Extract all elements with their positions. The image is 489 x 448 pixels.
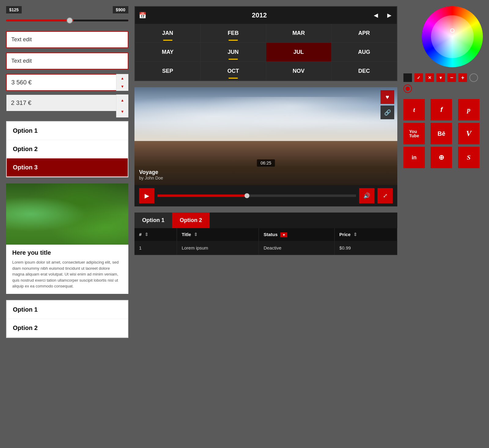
calendar-prev[interactable]: ◀ — [372, 10, 380, 20]
video-subtitle: by John Doe — [139, 176, 163, 180]
option-1-2[interactable]: Option 2 — [7, 140, 128, 158]
cal-month-sep[interactable]: SEP — [135, 62, 200, 80]
color-picker-dot[interactable] — [450, 28, 454, 33]
color-wheel[interactable] — [422, 6, 483, 67]
facebook-button[interactable]: f — [431, 99, 452, 120]
video-player: ♥ 🔗 Voyage by John Doe 06:25 ▶ — [134, 87, 397, 206]
table-tab-1[interactable]: Option 1 — [134, 213, 172, 228]
video-title: Voyage — [139, 169, 163, 176]
card: Here you title Lorem ipsum dolor sit ame… — [6, 183, 128, 294]
range-thumb[interactable] — [67, 17, 73, 24]
card-body: Here you title Lorem ipsum dolor sit ame… — [6, 245, 128, 294]
dribbble-button[interactable]: ⊕ — [431, 147, 452, 168]
td-status-1: Deactive — [259, 241, 335, 255]
th-status[interactable]: Status ▼ — [259, 228, 335, 241]
video-link-button[interactable]: 🔗 — [381, 106, 394, 119]
table-header: # ⇕ Title ⇕ Status ▼ Price ⇕ — [134, 228, 397, 241]
table-row-1: 1 Lorem ipsum Deactive $0.99 — [134, 241, 397, 255]
youtube-button[interactable]: YouTube — [403, 123, 425, 144]
video-progress-bar[interactable] — [157, 194, 356, 197]
range-track-right — [73, 20, 128, 21]
cal-month-jan[interactable]: JAN — [135, 24, 200, 43]
ui-controls-row: ✓ ✕ ▼ − + — [403, 73, 483, 93]
data-table: # ⇕ Title ⇕ Status ▼ Price ⇕ 1 Lorem ips… — [134, 228, 397, 255]
table-tabs: Option 1 Option 2 — [134, 213, 397, 228]
card-title: Here you title — [12, 249, 122, 256]
text-input-2[interactable] — [6, 53, 128, 69]
video-frame: ♥ 🔗 Voyage by John Doe 06:25 — [134, 87, 397, 185]
table-body: 1 Lorem ipsum Deactive $0.99 — [134, 241, 397, 255]
minus-ctrl[interactable]: − — [447, 73, 456, 82]
fullscreen-button[interactable]: ⤢ — [377, 188, 393, 203]
option-1-1[interactable]: Option 1 — [7, 122, 128, 140]
left-column: $125 $900 ▲ ▼ ▲ ▼ — [3, 3, 131, 341]
text-input-1[interactable] — [6, 31, 128, 48]
video-time-badge: 06:25 — [257, 159, 275, 167]
th-num[interactable]: # ⇕ — [134, 228, 177, 241]
calendar-next[interactable]: ▶ — [386, 10, 393, 20]
cal-month-oct[interactable]: OCT — [200, 62, 266, 80]
card-image — [6, 183, 128, 245]
right-column: ✓ ✕ ▼ − + t f p — [400, 3, 486, 341]
number-input-1-container: ▲ ▼ — [6, 74, 128, 91]
td-title-1: Lorem ipsum — [177, 241, 259, 255]
volume-button[interactable]: 🔊 — [359, 188, 374, 203]
table-tab-2[interactable]: Option 2 — [172, 213, 210, 228]
td-num-1: 1 — [134, 241, 177, 255]
play-button[interactable]: ▶ — [139, 188, 154, 203]
video-like-button[interactable]: ♥ — [381, 90, 394, 104]
social-icons-grid: t f p YouTube Bē V in ⊕ — [403, 99, 483, 168]
close-button-ctrl[interactable]: ✕ — [425, 73, 434, 82]
th-title[interactable]: Title ⇕ — [177, 228, 259, 241]
spin-down-2[interactable]: ▼ — [116, 106, 128, 118]
cal-month-jul[interactable]: JUL — [266, 43, 331, 61]
linkedin-button[interactable]: in — [403, 147, 425, 168]
cal-month-may[interactable]: MAY — [135, 43, 200, 61]
spin-buttons-1: ▲ ▼ — [116, 74, 128, 91]
option-1-3[interactable]: Option 3 — [7, 158, 128, 177]
dropdown-ctrl[interactable]: ▼ — [436, 73, 445, 82]
radio-empty[interactable] — [469, 73, 478, 82]
td-price-1: $0.99 — [335, 241, 397, 255]
options-list-2: Option 1 Option 2 — [6, 300, 128, 338]
twitter-button[interactable]: t — [403, 99, 425, 120]
vimeo-button[interactable]: V — [458, 123, 480, 144]
mid-column: 📅 2012 ◀ ▶ JAN FEB MAR APR MAY JUN JUL A… — [131, 3, 400, 341]
video-clouds — [134, 97, 397, 146]
number-input-2-container: ▲ ▼ — [6, 94, 128, 117]
spin-up-2[interactable]: ▲ — [116, 94, 128, 106]
calendar-grid: JAN FEB MAR APR MAY JUN JUL AUG SEP OCT … — [135, 24, 397, 80]
cal-month-apr[interactable]: APR — [332, 24, 397, 43]
progress-thumb[interactable] — [244, 193, 249, 198]
price-max: $900 — [113, 6, 128, 13]
cal-month-nov[interactable]: NOV — [266, 62, 331, 80]
number-input-1[interactable] — [6, 74, 128, 91]
data-table-widget: Option 1 Option 2 # ⇕ Title ⇕ Status ▼ P… — [134, 213, 397, 255]
video-title-overlay: Voyage by John Doe — [139, 169, 163, 180]
option-2-1[interactable]: Option 1 — [7, 301, 128, 319]
plus-ctrl[interactable]: + — [458, 73, 467, 82]
th-price[interactable]: Price ⇕ — [335, 228, 397, 241]
radio-filled[interactable] — [403, 84, 412, 93]
option-2-2[interactable]: Option 2 — [7, 319, 128, 337]
progress-fill — [157, 194, 247, 197]
skype-button[interactable]: S — [458, 147, 480, 168]
cal-month-aug[interactable]: AUG — [332, 43, 397, 61]
cal-month-mar[interactable]: MAR — [266, 24, 331, 43]
spin-up-1[interactable]: ▲ — [116, 74, 128, 83]
checkbox-checked[interactable]: ✓ — [414, 73, 423, 82]
card-text: Lorem ipsum dolor sit amet, consectetuer… — [12, 259, 122, 289]
spin-down-1[interactable]: ▼ — [116, 83, 128, 91]
pinterest-button[interactable]: p — [458, 99, 480, 120]
number-input-2[interactable] — [6, 94, 128, 111]
cal-month-feb[interactable]: FEB — [200, 24, 266, 43]
card-image-inner — [6, 183, 128, 245]
checkbox-unchecked[interactable] — [403, 73, 412, 82]
range-slider[interactable] — [6, 16, 128, 25]
calendar-year: 2012 — [153, 11, 366, 19]
calendar-icon: 📅 — [139, 12, 146, 19]
behance-button[interactable]: Bē — [431, 123, 452, 144]
cal-month-dec[interactable]: DEC — [332, 62, 397, 80]
spin-buttons-2: ▲ ▼ — [116, 94, 128, 117]
cal-month-jun[interactable]: JUN — [200, 43, 266, 61]
